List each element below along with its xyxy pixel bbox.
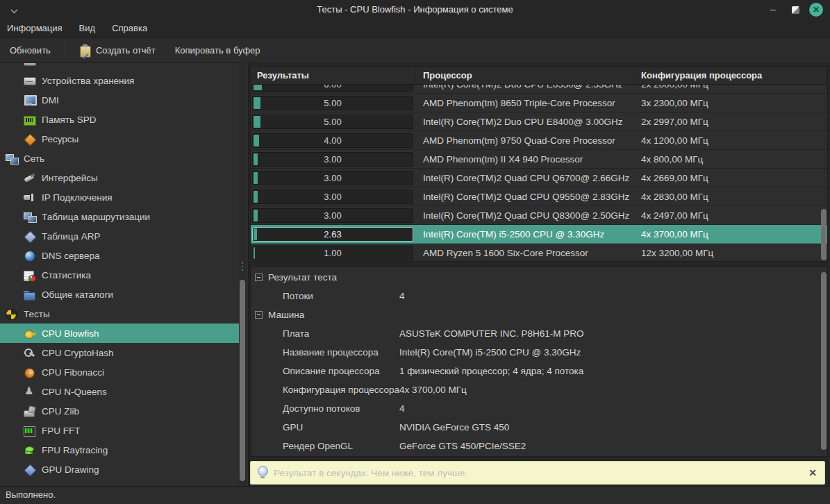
sidebar-item[interactable]: FPU FFT [0, 421, 239, 440]
details-scrollbar-thumb[interactable] [821, 272, 827, 450]
result-cell: 3.00 [251, 187, 416, 206]
result-bar: 5.00 [252, 115, 413, 129]
details-kv-row[interactable]: Доступно потоков4 [251, 399, 827, 418]
sidebar-item[interactable]: Устройства хранения [0, 71, 239, 90]
sidebar-item[interactable]: DMI [0, 90, 239, 110]
details-label: Доступно потоков [283, 403, 399, 414]
titlebar: Тесты - CPU Blowfish - Информация о сист… [0, 0, 830, 19]
table-row[interactable]: 5.00AMD Phenom(tm) 8650 Triple-Core Proc… [251, 94, 827, 112]
result-cell: 6.00 [251, 85, 416, 94]
sidebar-item[interactable]: DNS сервера [0, 246, 239, 265]
menu-information[interactable]: Информация [0, 19, 71, 37]
sidebar-item[interactable]: Статистика [0, 265, 239, 285]
config-cell: 4x 800,00 МГц [638, 150, 827, 169]
sidebar-item[interactable]: Интерфейсы [0, 168, 239, 187]
column-header-processor[interactable]: Процессор [416, 67, 638, 84]
sidebar-item[interactable]: CPU Fibonacci [0, 362, 239, 382]
sidebar-item[interactable]: CPU Zlib [0, 401, 239, 421]
table-row[interactable]: 2.63Intel(R) Core(TM) i5-2500 CPU @ 3.30… [251, 225, 827, 244]
menu-help[interactable]: Справка [103, 19, 156, 37]
minimize-button[interactable]: – [767, 4, 779, 15]
sidebar-item[interactable]: CPU CryptoHash [0, 343, 239, 362]
hint-close-button[interactable]: ✕ [804, 467, 822, 478]
lightbulb-icon [257, 465, 268, 480]
table-scrollbar-thumb[interactable] [821, 209, 827, 260]
memory-icon [23, 114, 36, 126]
pane-splitter-handle[interactable] [241, 262, 244, 274]
sidebar-item-label: CPU N-Queens [42, 387, 107, 397]
table-row[interactable]: 4.00AMD Phenom(tm) 9750 Quad-Core Proces… [251, 131, 827, 150]
details-kv-row[interactable]: Рендер OpenGLGeForce GTS 450/PCIe/SSE2 [251, 437, 827, 455]
sidebar-item[interactable]: IP Подключения [0, 187, 239, 207]
details-value: NVIDIA GeForce GTS 450 [399, 422, 509, 432]
refresh-button[interactable]: Обновить [0, 40, 60, 61]
column-header-config[interactable]: Конфигурация процессора [638, 67, 827, 84]
copy-to-clipboard-button[interactable]: Копировать в буфер [165, 40, 270, 61]
hint-text: Результат в секундах. Чем ниже, тем лучш… [274, 468, 804, 478]
sidebar-item-label: Сеть [24, 153, 44, 164]
sidebar-item[interactable]: Ресурсы [0, 129, 239, 149]
table-row[interactable]: 3.00Intel(R) Core(TM)2 Quad CPU Q6700@ 2… [251, 169, 827, 187]
generate-report-button[interactable]: Создать отчёт [69, 40, 165, 61]
details-kv-row[interactable]: Потоки4 [251, 287, 827, 305]
config-cell: 3x 2300,00 МГц [638, 94, 827, 112]
config-cell: 4x 1200,00 МГц [638, 131, 827, 150]
details-kv-row[interactable]: Название процессораIntel(R) Core(TM) i5-… [251, 343, 827, 362]
config-cell: 2x 2997,00 МГц [638, 112, 827, 131]
details-group-row[interactable]: Машина [251, 305, 827, 324]
details-kv-row[interactable]: GPUNVIDIA GeForce GTS 450 [251, 418, 827, 437]
processor-cell: Intel(R) Core(TM)2 Quad CPU Q8300@ 2.50G… [416, 206, 638, 225]
details-label: Название процессора [283, 347, 399, 358]
processor-cell: Intel(R) Core(TM)2 Duo CPU E6550@ 2.33GH… [416, 85, 638, 94]
sidebar-item[interactable]: CPU Blowfish [0, 324, 239, 343]
config-cell: 4x 2669,00 МГц [638, 169, 827, 187]
sidebar-item[interactable]: Таблица маршрутизации [0, 207, 239, 226]
collapse-minus-icon[interactable] [255, 274, 263, 281]
sidebar-item[interactable]: Память SPD [0, 110, 239, 129]
table-row[interactable]: 1.00AMD Ryzen 5 1600 Six-Core Processor1… [251, 244, 827, 262]
main-pane: Результаты Процессор Конфигурация процес… [249, 63, 830, 486]
sidebar-item[interactable]: Сеть [0, 149, 239, 168]
column-header-results[interactable]: Результаты [251, 67, 416, 84]
routing-icon [23, 211, 36, 223]
result-cell: 5.00 [251, 94, 416, 112]
result-cell: 1.00 [251, 244, 416, 262]
details-kv-row[interactable]: Описание процессора1 физический процессо… [251, 362, 827, 380]
status-bar: Выполнено. [0, 486, 830, 504]
restore-button[interactable] [792, 6, 799, 14]
sidebar-item[interactable]: Таблица ARP [0, 226, 239, 246]
sidebar-item-label: Статистика [42, 270, 91, 280]
sidebar-item[interactable]: CPU N-Queens [0, 382, 239, 401]
table-row[interactable]: 6.00Intel(R) Core(TM)2 Duo CPU E6550@ 2.… [251, 85, 827, 94]
result-value: 6.00 [253, 85, 413, 91]
details-kv-row[interactable]: ПлатаASUSTeK COMPUTER INC. P8H61-M PRO [251, 324, 827, 343]
result-bar: 3.00 [252, 171, 413, 185]
sidebar-list: Устройства храненияDMIПамять SPDРесурсыС… [0, 71, 248, 479]
table-row[interactable]: 3.00AMD Phenom(tm) II X4 940 Processor4x… [251, 150, 827, 169]
result-cell: 4.00 [251, 131, 416, 150]
sidebar-item[interactable]: GPU Drawing [0, 460, 239, 479]
table-row[interactable]: 5.00Intel(R) Core(TM)2 Duo CPU E8400@ 3.… [251, 112, 827, 131]
menu-view[interactable]: Вид [71, 19, 104, 37]
sidebar-item[interactable]: Общие каталоги [0, 285, 239, 304]
collapse-minus-icon[interactable] [255, 311, 263, 319]
details-kv-row[interactable]: Конфигурация процессора4x 3700,00 МГц [251, 380, 827, 399]
details-label: Машина [268, 310, 304, 320]
close-button[interactable]: ✕ [809, 3, 823, 17]
sidebar-item[interactable]: FPU Raytracing [0, 440, 239, 460]
details-pane: Результат тестаПотоки4МашинаПлатаASUSTeK… [250, 266, 828, 457]
folder-icon [23, 289, 36, 301]
sidebar-scrollbar[interactable] [239, 63, 247, 486]
table-row[interactable]: 3.00Intel(R) Core(TM)2 Quad CPU Q8300@ 2… [251, 206, 827, 225]
sidebar-item-label: Таблица ARP [42, 231, 100, 242]
table-row[interactable]: 3.00Intel(R) Core(TM)2 Quad CPU Q9550@ 2… [251, 187, 827, 206]
details-group-row[interactable]: Результат теста [251, 268, 827, 287]
sidebar-item[interactable]: Тесты [0, 304, 239, 324]
sidebar-scrollbar-thumb[interactable] [240, 280, 245, 481]
benchmark-icon [5, 308, 18, 320]
details-label: Плата [283, 328, 399, 339]
stats-icon [23, 269, 36, 281]
processor-cell: Intel(R) Core(TM)2 Duo CPU E8400@ 3.00GH… [416, 112, 638, 131]
config-cell: 12x 3200,00 МГц [638, 244, 827, 262]
menubar: Информация Вид Справка [0, 19, 830, 37]
